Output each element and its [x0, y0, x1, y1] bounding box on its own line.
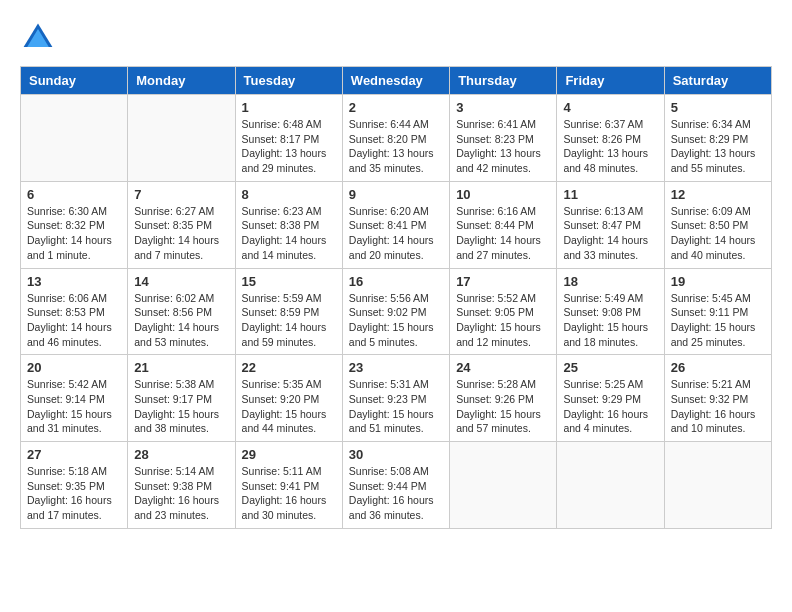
- calendar-header-wednesday: Wednesday: [342, 67, 449, 95]
- day-number: 3: [456, 100, 550, 115]
- day-info: Sunrise: 5:45 AM Sunset: 9:11 PM Dayligh…: [671, 291, 765, 350]
- calendar-cell: 1Sunrise: 6:48 AM Sunset: 8:17 PM Daylig…: [235, 95, 342, 182]
- calendar-cell: 11Sunrise: 6:13 AM Sunset: 8:47 PM Dayli…: [557, 181, 664, 268]
- calendar-cell: 13Sunrise: 6:06 AM Sunset: 8:53 PM Dayli…: [21, 268, 128, 355]
- calendar-cell: 15Sunrise: 5:59 AM Sunset: 8:59 PM Dayli…: [235, 268, 342, 355]
- calendar-cell: 6Sunrise: 6:30 AM Sunset: 8:32 PM Daylig…: [21, 181, 128, 268]
- calendar-cell: 12Sunrise: 6:09 AM Sunset: 8:50 PM Dayli…: [664, 181, 771, 268]
- calendar-cell: 24Sunrise: 5:28 AM Sunset: 9:26 PM Dayli…: [450, 355, 557, 442]
- day-info: Sunrise: 6:44 AM Sunset: 8:20 PM Dayligh…: [349, 117, 443, 176]
- calendar-header-monday: Monday: [128, 67, 235, 95]
- calendar-cell: [557, 442, 664, 529]
- day-number: 6: [27, 187, 121, 202]
- day-number: 1: [242, 100, 336, 115]
- page-header: [20, 20, 772, 56]
- calendar-cell: 19Sunrise: 5:45 AM Sunset: 9:11 PM Dayli…: [664, 268, 771, 355]
- day-number: 21: [134, 360, 228, 375]
- calendar-cell: 17Sunrise: 5:52 AM Sunset: 9:05 PM Dayli…: [450, 268, 557, 355]
- calendar-cell: 4Sunrise: 6:37 AM Sunset: 8:26 PM Daylig…: [557, 95, 664, 182]
- day-info: Sunrise: 5:52 AM Sunset: 9:05 PM Dayligh…: [456, 291, 550, 350]
- calendar-week-5: 27Sunrise: 5:18 AM Sunset: 9:35 PM Dayli…: [21, 442, 772, 529]
- calendar-cell: 3Sunrise: 6:41 AM Sunset: 8:23 PM Daylig…: [450, 95, 557, 182]
- calendar-week-1: 1Sunrise: 6:48 AM Sunset: 8:17 PM Daylig…: [21, 95, 772, 182]
- calendar-header-tuesday: Tuesday: [235, 67, 342, 95]
- day-info: Sunrise: 6:06 AM Sunset: 8:53 PM Dayligh…: [27, 291, 121, 350]
- calendar-cell: 26Sunrise: 5:21 AM Sunset: 9:32 PM Dayli…: [664, 355, 771, 442]
- calendar-cell: [450, 442, 557, 529]
- day-info: Sunrise: 5:56 AM Sunset: 9:02 PM Dayligh…: [349, 291, 443, 350]
- day-info: Sunrise: 5:38 AM Sunset: 9:17 PM Dayligh…: [134, 377, 228, 436]
- calendar-header-friday: Friday: [557, 67, 664, 95]
- calendar-table: SundayMondayTuesdayWednesdayThursdayFrid…: [20, 66, 772, 529]
- day-number: 2: [349, 100, 443, 115]
- day-number: 28: [134, 447, 228, 462]
- calendar-cell: 2Sunrise: 6:44 AM Sunset: 8:20 PM Daylig…: [342, 95, 449, 182]
- day-info: Sunrise: 6:30 AM Sunset: 8:32 PM Dayligh…: [27, 204, 121, 263]
- calendar-cell: 8Sunrise: 6:23 AM Sunset: 8:38 PM Daylig…: [235, 181, 342, 268]
- day-info: Sunrise: 5:59 AM Sunset: 8:59 PM Dayligh…: [242, 291, 336, 350]
- day-number: 25: [563, 360, 657, 375]
- day-info: Sunrise: 6:02 AM Sunset: 8:56 PM Dayligh…: [134, 291, 228, 350]
- day-number: 27: [27, 447, 121, 462]
- day-info: Sunrise: 6:37 AM Sunset: 8:26 PM Dayligh…: [563, 117, 657, 176]
- logo: [20, 20, 62, 56]
- calendar-cell: 28Sunrise: 5:14 AM Sunset: 9:38 PM Dayli…: [128, 442, 235, 529]
- calendar-header-row: SundayMondayTuesdayWednesdayThursdayFrid…: [21, 67, 772, 95]
- day-info: Sunrise: 5:42 AM Sunset: 9:14 PM Dayligh…: [27, 377, 121, 436]
- calendar-cell: 10Sunrise: 6:16 AM Sunset: 8:44 PM Dayli…: [450, 181, 557, 268]
- day-number: 20: [27, 360, 121, 375]
- day-number: 4: [563, 100, 657, 115]
- calendar-cell: [128, 95, 235, 182]
- day-info: Sunrise: 5:08 AM Sunset: 9:44 PM Dayligh…: [349, 464, 443, 523]
- calendar-cell: 20Sunrise: 5:42 AM Sunset: 9:14 PM Dayli…: [21, 355, 128, 442]
- calendar-cell: 27Sunrise: 5:18 AM Sunset: 9:35 PM Dayli…: [21, 442, 128, 529]
- day-number: 30: [349, 447, 443, 462]
- calendar-cell: 22Sunrise: 5:35 AM Sunset: 9:20 PM Dayli…: [235, 355, 342, 442]
- day-info: Sunrise: 5:35 AM Sunset: 9:20 PM Dayligh…: [242, 377, 336, 436]
- day-number: 8: [242, 187, 336, 202]
- calendar-cell: 9Sunrise: 6:20 AM Sunset: 8:41 PM Daylig…: [342, 181, 449, 268]
- day-info: Sunrise: 6:20 AM Sunset: 8:41 PM Dayligh…: [349, 204, 443, 263]
- calendar-cell: [664, 442, 771, 529]
- day-info: Sunrise: 5:31 AM Sunset: 9:23 PM Dayligh…: [349, 377, 443, 436]
- day-number: 24: [456, 360, 550, 375]
- day-number: 7: [134, 187, 228, 202]
- calendar-cell: 5Sunrise: 6:34 AM Sunset: 8:29 PM Daylig…: [664, 95, 771, 182]
- day-info: Sunrise: 5:25 AM Sunset: 9:29 PM Dayligh…: [563, 377, 657, 436]
- calendar-header-saturday: Saturday: [664, 67, 771, 95]
- day-info: Sunrise: 5:14 AM Sunset: 9:38 PM Dayligh…: [134, 464, 228, 523]
- day-info: Sunrise: 5:21 AM Sunset: 9:32 PM Dayligh…: [671, 377, 765, 436]
- day-number: 29: [242, 447, 336, 462]
- calendar-cell: 25Sunrise: 5:25 AM Sunset: 9:29 PM Dayli…: [557, 355, 664, 442]
- day-info: Sunrise: 6:34 AM Sunset: 8:29 PM Dayligh…: [671, 117, 765, 176]
- day-number: 11: [563, 187, 657, 202]
- day-info: Sunrise: 5:49 AM Sunset: 9:08 PM Dayligh…: [563, 291, 657, 350]
- day-info: Sunrise: 6:09 AM Sunset: 8:50 PM Dayligh…: [671, 204, 765, 263]
- calendar-week-3: 13Sunrise: 6:06 AM Sunset: 8:53 PM Dayli…: [21, 268, 772, 355]
- day-number: 14: [134, 274, 228, 289]
- day-info: Sunrise: 6:48 AM Sunset: 8:17 PM Dayligh…: [242, 117, 336, 176]
- day-info: Sunrise: 5:11 AM Sunset: 9:41 PM Dayligh…: [242, 464, 336, 523]
- day-info: Sunrise: 5:18 AM Sunset: 9:35 PM Dayligh…: [27, 464, 121, 523]
- calendar-cell: 7Sunrise: 6:27 AM Sunset: 8:35 PM Daylig…: [128, 181, 235, 268]
- day-number: 12: [671, 187, 765, 202]
- calendar-header-thursday: Thursday: [450, 67, 557, 95]
- calendar-week-4: 20Sunrise: 5:42 AM Sunset: 9:14 PM Dayli…: [21, 355, 772, 442]
- day-number: 5: [671, 100, 765, 115]
- day-number: 13: [27, 274, 121, 289]
- logo-icon: [20, 20, 56, 56]
- calendar-cell: 30Sunrise: 5:08 AM Sunset: 9:44 PM Dayli…: [342, 442, 449, 529]
- day-number: 19: [671, 274, 765, 289]
- calendar-cell: 21Sunrise: 5:38 AM Sunset: 9:17 PM Dayli…: [128, 355, 235, 442]
- calendar-cell: [21, 95, 128, 182]
- day-info: Sunrise: 6:16 AM Sunset: 8:44 PM Dayligh…: [456, 204, 550, 263]
- calendar-cell: 14Sunrise: 6:02 AM Sunset: 8:56 PM Dayli…: [128, 268, 235, 355]
- day-number: 18: [563, 274, 657, 289]
- day-info: Sunrise: 6:27 AM Sunset: 8:35 PM Dayligh…: [134, 204, 228, 263]
- day-number: 22: [242, 360, 336, 375]
- day-info: Sunrise: 6:13 AM Sunset: 8:47 PM Dayligh…: [563, 204, 657, 263]
- calendar-cell: 29Sunrise: 5:11 AM Sunset: 9:41 PM Dayli…: [235, 442, 342, 529]
- calendar-cell: 23Sunrise: 5:31 AM Sunset: 9:23 PM Dayli…: [342, 355, 449, 442]
- day-number: 10: [456, 187, 550, 202]
- day-number: 26: [671, 360, 765, 375]
